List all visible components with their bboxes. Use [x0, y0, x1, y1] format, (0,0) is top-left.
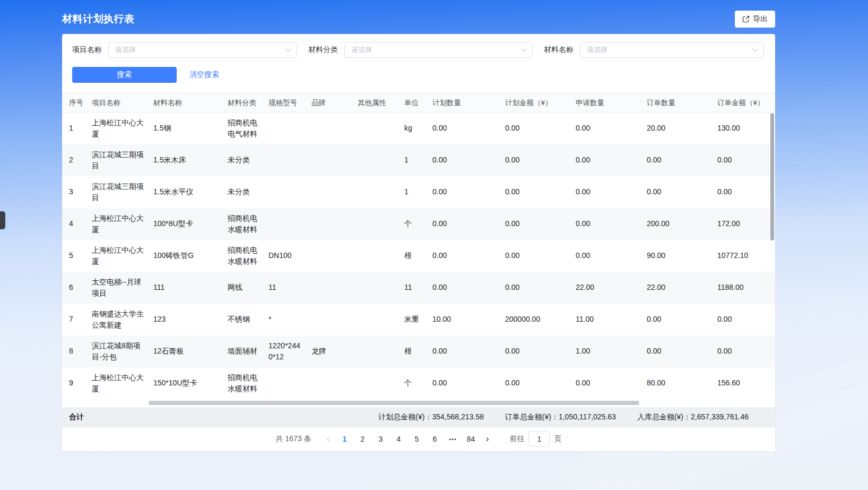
table-header-row: 序号项目名称材料名称材料分类规格型号品牌其他属性单位计划数量计划金额（¥）申请数… — [62, 93, 775, 113]
table-cell: 200.00 — [640, 208, 711, 240]
table-cell: 0.00 — [499, 272, 569, 304]
table-header-cell: 计划金额（¥） — [499, 93, 569, 113]
table-cell: 156.60 — [711, 367, 775, 399]
table-cell — [262, 176, 305, 208]
table-cell: 100铸铁管G — [147, 240, 221, 272]
summary-total-label: 合计 — [69, 412, 84, 422]
table-cell: 上海松江中心大厦 — [85, 113, 147, 144]
table-cell: 1188.00 — [711, 272, 775, 304]
plan-total-amount: 计划总金额(¥)：354,568,213.58 — [378, 412, 483, 422]
pagination: 共 1673 条 ‹ 123456•••84 › 前往 页 — [62, 427, 775, 451]
pager-ellipsis[interactable]: ••• — [445, 432, 461, 446]
chevron-down-icon — [520, 46, 526, 51]
material-category-select[interactable]: 请选择 — [344, 42, 533, 58]
table-row: 8滨江花城8期项目-分包12石膏板墙面辅材1220*2440*12龙牌根0.00… — [62, 336, 775, 367]
table-cell: 1 — [62, 113, 85, 144]
horizontal-scrollbar[interactable] — [149, 401, 639, 405]
table-cell: 0.00 — [569, 176, 640, 208]
table-header-cell: 规格型号 — [262, 93, 305, 113]
pager-page-1[interactable]: 1 — [336, 432, 352, 446]
table-cell — [305, 304, 351, 336]
search-button[interactable]: 搜索 — [72, 67, 177, 83]
table-cell — [351, 272, 398, 304]
table-cell: 0.00 — [499, 336, 569, 367]
table-cell: 0.00 — [499, 113, 569, 144]
table-cell: 100*8U型卡 — [147, 208, 221, 240]
project-name-select[interactable]: 请选择 — [108, 42, 297, 58]
table-cell — [351, 208, 398, 240]
material-name-select[interactable]: 请选择 — [580, 42, 764, 58]
table-cell: 0.00 — [426, 336, 499, 367]
pager-page-6[interactable]: 6 — [427, 432, 442, 446]
export-icon — [742, 15, 750, 23]
next-page-button[interactable]: › — [480, 432, 494, 446]
table-cell: 2 — [62, 144, 85, 176]
table-cell: 1.5米水平仪 — [147, 176, 221, 208]
table-cell — [351, 304, 398, 336]
table-cell: 20.00 — [640, 113, 711, 144]
table-cell — [262, 113, 305, 144]
table-cell: 1.00 — [569, 336, 640, 367]
table-cell: 11 — [398, 272, 426, 304]
table-cell: 太空电梯--月球项目 — [85, 272, 147, 304]
goto-prefix-label: 前往 — [509, 434, 524, 444]
table-cell: 11.00 — [569, 304, 640, 336]
goto-page-input[interactable] — [528, 432, 550, 446]
export-button[interactable]: 导出 — [735, 11, 775, 28]
table-cell: 招商机电水暖材料 — [221, 240, 262, 272]
table-cell — [351, 113, 398, 144]
table-cell: 上海松江中心大厦 — [85, 240, 147, 272]
table-cell — [351, 240, 398, 272]
drawer-handle[interactable] — [0, 211, 5, 229]
pager-page-3[interactable]: 3 — [372, 432, 388, 446]
pager-pages: 123456•••84 — [335, 432, 480, 446]
content-column: 材料计划执行表 导出 项目名称 请选择 — [62, 0, 775, 451]
table-cell: 111 — [147, 272, 221, 304]
table-cell: 1.5钢 — [147, 113, 221, 144]
table-row: 6太空电梯--月球项目111网线11110.000.0022.0022.0011… — [62, 272, 775, 304]
top-bar: 材料计划执行表 导出 — [62, 0, 775, 34]
table-cell: 招商机电水暖材料 — [221, 208, 262, 240]
table-cell: 90.00 — [640, 240, 711, 272]
table-cell: 4 — [62, 208, 85, 240]
table-cell — [305, 240, 351, 272]
table-cell: 0.00 — [640, 144, 711, 176]
vertical-scrollbar[interactable] — [770, 113, 774, 240]
prev-page-button[interactable]: ‹ — [320, 432, 335, 446]
table-row: 9上海松江中心大厦150*10U型卡招商机电水暖材料个0.000.000.008… — [62, 367, 775, 399]
table-cell: 1 — [398, 144, 426, 176]
data-table: 序号项目名称材料名称材料分类规格型号品牌其他属性单位计划数量计划金额（¥）申请数… — [62, 93, 775, 407]
table-cell: 0.00 — [426, 113, 499, 144]
table-cell: 9 — [62, 367, 85, 399]
table-cell: 12石膏板 — [147, 336, 221, 367]
table-cell: 网线 — [221, 272, 262, 304]
table-cell: 滨江花城三期项目 — [85, 176, 147, 208]
project-select-placeholder: 请选择 — [115, 45, 136, 55]
filter-material-field: 材料名称 请选择 — [544, 42, 764, 58]
pager-page-5[interactable]: 5 — [409, 432, 424, 446]
table-cell: 墙面辅材 — [221, 336, 262, 367]
table-cell: 0.00 — [499, 176, 569, 208]
pager-page-4[interactable]: 4 — [390, 432, 406, 446]
table-cell: 22.00 — [569, 272, 640, 304]
table-cell: 0.00 — [426, 208, 499, 240]
table-cell: 1220*2440*12 — [262, 336, 305, 367]
table-cell: 22.00 — [640, 272, 711, 304]
table-cell: 米重 — [398, 304, 426, 336]
pager-page-84[interactable]: 84 — [463, 432, 479, 446]
total-count: 共 1673 条 — [276, 434, 311, 444]
clear-search-button[interactable]: 清空搜索 — [189, 70, 219, 80]
table-cell: 0.00 — [569, 240, 640, 272]
goto-suffix-label: 页 — [554, 434, 561, 444]
table-cell: 0.00 — [569, 367, 640, 399]
table-cell: 0.00 — [711, 176, 775, 208]
table-cell: 8 — [62, 336, 85, 367]
table-cell — [262, 208, 305, 240]
table-cell: 11 — [262, 272, 305, 304]
table-cell: 1 — [398, 176, 426, 208]
table-cell — [305, 272, 351, 304]
table-cell: 上海松江中心大厦 — [85, 208, 147, 240]
table-cell: 1.5米木床 — [147, 144, 221, 176]
pager-page-2[interactable]: 2 — [354, 432, 370, 446]
table-header-cell: 材料分类 — [221, 93, 262, 113]
